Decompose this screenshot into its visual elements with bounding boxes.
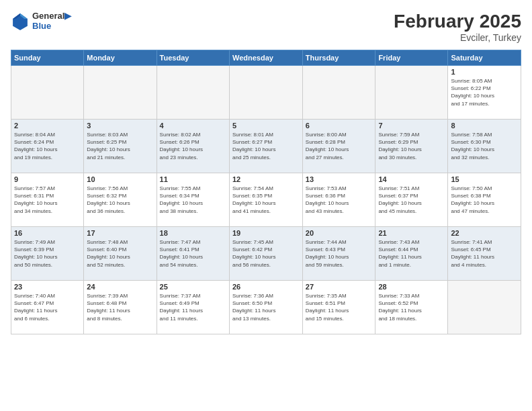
calendar-day-cell: 10Sunrise: 7:56 AM Sunset: 6:32 PM Dayli… — [84, 173, 157, 227]
col-saturday: Saturday — [448, 50, 521, 66]
header: General▶ Blue February 2025 Evciler, Tur… — [11, 11, 521, 43]
calendar-day-cell — [157, 66, 229, 120]
day-number: 28 — [378, 283, 445, 291]
day-info: Sunrise: 7:55 AM Sunset: 6:34 PM Dayligh… — [160, 185, 226, 215]
calendar-day-cell: 16Sunrise: 7:49 AM Sunset: 6:39 PM Dayli… — [11, 227, 84, 281]
calendar-day-cell: 14Sunrise: 7:51 AM Sunset: 6:37 PM Dayli… — [375, 173, 448, 227]
calendar-day-cell: 24Sunrise: 7:39 AM Sunset: 6:48 PM Dayli… — [84, 281, 157, 334]
main-title: February 2025 — [394, 11, 521, 32]
day-number: 22 — [451, 229, 518, 237]
day-number: 15 — [451, 175, 518, 183]
day-info: Sunrise: 7:56 AM Sunset: 6:32 PM Dayligh… — [87, 185, 153, 215]
day-info: Sunrise: 7:37 AM Sunset: 6:49 PM Dayligh… — [160, 292, 226, 322]
day-info: Sunrise: 7:44 AM Sunset: 6:43 PM Dayligh… — [306, 238, 373, 269]
calendar-day-cell: 25Sunrise: 7:37 AM Sunset: 6:49 PM Dayli… — [157, 281, 229, 334]
calendar-day-cell: 19Sunrise: 7:45 AM Sunset: 6:42 PM Dayli… — [229, 227, 302, 281]
day-number: 16 — [14, 229, 81, 237]
day-number: 5 — [232, 122, 300, 130]
day-info: Sunrise: 7:41 AM Sunset: 6:45 PM Dayligh… — [451, 238, 518, 269]
calendar-day-cell: 17Sunrise: 7:48 AM Sunset: 6:40 PM Dayli… — [84, 227, 157, 281]
day-info: Sunrise: 7:36 AM Sunset: 6:50 PM Dayligh… — [232, 292, 300, 322]
day-info: Sunrise: 7:40 AM Sunset: 6:47 PM Dayligh… — [14, 292, 81, 322]
col-tuesday: Tuesday — [157, 50, 229, 66]
day-number: 14 — [378, 175, 445, 183]
calendar-week-row: 23Sunrise: 7:40 AM Sunset: 6:47 PM Dayli… — [11, 281, 521, 334]
day-number: 10 — [87, 175, 153, 183]
day-info: Sunrise: 8:04 AM Sunset: 6:24 PM Dayligh… — [14, 131, 81, 161]
calendar-day-cell — [11, 66, 84, 120]
day-info: Sunrise: 7:53 AM Sunset: 6:36 PM Dayligh… — [306, 185, 373, 215]
day-info: Sunrise: 8:02 AM Sunset: 6:26 PM Dayligh… — [160, 131, 226, 161]
day-number: 21 — [378, 229, 445, 237]
calendar-day-cell: 4Sunrise: 8:02 AM Sunset: 6:26 PM Daylig… — [157, 120, 229, 173]
calendar-day-cell: 13Sunrise: 7:53 AM Sunset: 6:36 PM Dayli… — [302, 173, 375, 227]
day-number: 25 — [160, 283, 226, 291]
day-number: 17 — [87, 229, 153, 237]
day-number: 18 — [160, 229, 226, 237]
day-info: Sunrise: 7:58 AM Sunset: 6:30 PM Dayligh… — [451, 131, 518, 161]
calendar-day-cell: 9Sunrise: 7:57 AM Sunset: 6:31 PM Daylig… — [11, 173, 84, 227]
day-number: 20 — [306, 229, 373, 237]
day-info: Sunrise: 8:03 AM Sunset: 6:25 PM Dayligh… — [87, 131, 153, 161]
day-info: Sunrise: 7:59 AM Sunset: 6:29 PM Dayligh… — [378, 131, 445, 161]
day-info: Sunrise: 7:49 AM Sunset: 6:39 PM Dayligh… — [14, 238, 81, 269]
calendar-day-cell: 27Sunrise: 7:35 AM Sunset: 6:51 PM Dayli… — [302, 281, 375, 334]
day-info: Sunrise: 7:45 AM Sunset: 6:42 PM Dayligh… — [232, 238, 300, 269]
calendar-day-cell: 2Sunrise: 8:04 AM Sunset: 6:24 PM Daylig… — [11, 120, 84, 173]
day-number: 27 — [306, 283, 373, 291]
day-info: Sunrise: 7:35 AM Sunset: 6:51 PM Dayligh… — [306, 292, 373, 322]
calendar-week-row: 1Sunrise: 8:05 AM Sunset: 6:22 PM Daylig… — [11, 66, 521, 120]
calendar-day-cell: 11Sunrise: 7:55 AM Sunset: 6:34 PM Dayli… — [157, 173, 229, 227]
col-sunday: Sunday — [11, 50, 84, 66]
day-info: Sunrise: 7:39 AM Sunset: 6:48 PM Dayligh… — [87, 292, 153, 322]
calendar-day-cell — [448, 281, 521, 334]
day-number: 2 — [14, 122, 81, 130]
calendar-day-cell: 18Sunrise: 7:47 AM Sunset: 6:41 PM Dayli… — [157, 227, 229, 281]
day-number: 19 — [232, 229, 300, 237]
logo-text: General▶ Blue — [32, 11, 71, 31]
subtitle: Evciler, Turkey — [394, 32, 521, 43]
day-info: Sunrise: 7:50 AM Sunset: 6:38 PM Dayligh… — [451, 185, 518, 215]
col-wednesday: Wednesday — [229, 50, 302, 66]
calendar-day-cell — [302, 66, 375, 120]
svg-marker-0 — [13, 13, 28, 30]
calendar-day-cell — [375, 66, 448, 120]
day-info: Sunrise: 7:51 AM Sunset: 6:37 PM Dayligh… — [378, 185, 445, 215]
calendar-day-cell: 15Sunrise: 7:50 AM Sunset: 6:38 PM Dayli… — [448, 173, 521, 227]
day-info: Sunrise: 8:01 AM Sunset: 6:27 PM Dayligh… — [232, 131, 300, 161]
page: General▶ Blue February 2025 Evciler, Tur… — [0, 0, 532, 411]
calendar-day-cell: 20Sunrise: 7:44 AM Sunset: 6:43 PM Dayli… — [302, 227, 375, 281]
day-number: 6 — [306, 122, 373, 130]
calendar: Sunday Monday Tuesday Wednesday Thursday… — [11, 50, 521, 334]
calendar-day-cell — [84, 66, 157, 120]
logo: General▶ Blue — [11, 11, 71, 31]
calendar-day-cell: 23Sunrise: 7:40 AM Sunset: 6:47 PM Dayli… — [11, 281, 84, 334]
day-info: Sunrise: 7:47 AM Sunset: 6:41 PM Dayligh… — [160, 238, 226, 269]
calendar-day-cell: 21Sunrise: 7:43 AM Sunset: 6:44 PM Dayli… — [375, 227, 448, 281]
day-number: 8 — [451, 122, 518, 130]
calendar-day-cell — [229, 66, 302, 120]
day-number: 11 — [160, 175, 226, 183]
day-number: 1 — [451, 68, 518, 76]
day-number: 7 — [378, 122, 445, 130]
calendar-day-cell: 8Sunrise: 7:58 AM Sunset: 6:30 PM Daylig… — [448, 120, 521, 173]
day-number: 26 — [232, 283, 300, 291]
day-number: 13 — [306, 175, 373, 183]
calendar-day-cell: 12Sunrise: 7:54 AM Sunset: 6:35 PM Dayli… — [229, 173, 302, 227]
calendar-week-row: 2Sunrise: 8:04 AM Sunset: 6:24 PM Daylig… — [11, 120, 521, 173]
day-info: Sunrise: 8:05 AM Sunset: 6:22 PM Dayligh… — [451, 77, 518, 107]
day-number: 23 — [14, 283, 81, 291]
calendar-week-row: 16Sunrise: 7:49 AM Sunset: 6:39 PM Dayli… — [11, 227, 521, 281]
day-info: Sunrise: 7:57 AM Sunset: 6:31 PM Dayligh… — [14, 185, 81, 215]
calendar-day-cell: 22Sunrise: 7:41 AM Sunset: 6:45 PM Dayli… — [448, 227, 521, 281]
day-info: Sunrise: 7:33 AM Sunset: 6:52 PM Dayligh… — [378, 292, 445, 322]
calendar-day-cell: 28Sunrise: 7:33 AM Sunset: 6:52 PM Dayli… — [375, 281, 448, 334]
day-info: Sunrise: 7:54 AM Sunset: 6:35 PM Dayligh… — [232, 185, 300, 215]
calendar-day-cell: 26Sunrise: 7:36 AM Sunset: 6:50 PM Dayli… — [229, 281, 302, 334]
calendar-day-cell: 7Sunrise: 7:59 AM Sunset: 6:29 PM Daylig… — [375, 120, 448, 173]
day-number: 4 — [160, 122, 226, 130]
calendar-week-row: 9Sunrise: 7:57 AM Sunset: 6:31 PM Daylig… — [11, 173, 521, 227]
calendar-day-cell: 1Sunrise: 8:05 AM Sunset: 6:22 PM Daylig… — [448, 66, 521, 120]
day-number: 24 — [87, 283, 153, 291]
day-number: 9 — [14, 175, 81, 183]
